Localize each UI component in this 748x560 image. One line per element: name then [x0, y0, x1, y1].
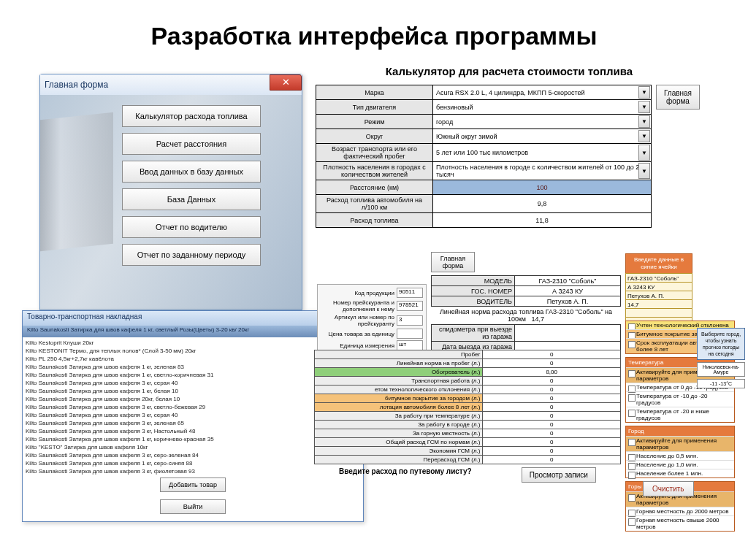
param-group: ГородАктивируйте для применения параметр…	[625, 426, 735, 478]
list-item[interactable]: Kilto Saunakosti Затирка для швов кафеля…	[26, 395, 360, 403]
gsm-label: Транспортная работа (л.)	[315, 377, 483, 386]
distance-calc-button[interactable]: Расчет расстояния	[122, 133, 261, 155]
list-item[interactable]: Kilto Saunakosti Затирка для швов кафеля…	[26, 363, 360, 371]
cargo-field[interactable]: шт	[397, 340, 423, 350]
gsm-table: Пробег0Линейная норма на пробег (л.)0Обо…	[314, 350, 621, 483]
param-option[interactable]: Горная местность свыше 2000 метров	[626, 515, 734, 531]
list-item[interactable]: Kilto Saunakosti Затирка для швов кафеля…	[26, 403, 360, 411]
period-report-button[interactable]: Отчет по заданному периоду	[122, 244, 261, 266]
cargo-field[interactable]: 90511	[397, 288, 423, 298]
param-option[interactable]: Население до 1,0 млн.	[626, 460, 734, 469]
veh-sub-value[interactable]	[514, 325, 620, 342]
fuel-calc-table: МаркаAcura RSX 2.0 L, 4 цилиндра, МКПП 5…	[316, 85, 652, 228]
gsm-label: лотация автомобиля более 8 лет (л.)	[315, 403, 483, 412]
chevron-down-icon[interactable]: ▼	[638, 101, 650, 113]
cargo-label: Номер прейскуранта и дополнения к нему	[321, 299, 397, 312]
gsm-value: 0	[483, 421, 621, 429]
cargo-field[interactable]: 978521	[397, 301, 423, 311]
add-item-button[interactable]: Добавить товар	[160, 477, 226, 492]
fuel-row-value[interactable]: Южный округ зимой▼	[433, 129, 652, 144]
list-item[interactable]: Kilto Saunakosti Затирка для швов кафеля…	[26, 419, 360, 427]
fuel-row-value[interactable]: город▼	[433, 115, 652, 129]
gsm-footer-text: Введите расход по путевому листу?	[339, 467, 472, 483]
gsm-label: За работу в городе (л.)	[315, 421, 483, 429]
list-item[interactable]: Kilto Saunakosti Затирка для швов кафеля…	[26, 467, 360, 475]
gsm-value: 0	[483, 359, 621, 368]
fuel-row-label: Плотность населения в городах с количест…	[316, 162, 433, 180]
list-item[interactable]: Kilto PL 250 4,5кг+2,7кг кавёлота	[26, 355, 360, 363]
exit-button[interactable]: Выйти	[160, 499, 226, 514]
fuel-calc-button[interactable]: Калькулятор расхода топлива	[122, 105, 261, 127]
list-item[interactable]: Kilto Saunakosti Затирка для швов кафеля…	[26, 379, 360, 387]
ttn-list[interactable]: Kilto Kestoprit Клуши 20кгKilto KESTONIT…	[23, 337, 363, 475]
view-record-button[interactable]: Просмотр записи	[522, 467, 596, 483]
list-item[interactable]: Kilto Kestoprit Клуши 20кг	[26, 339, 360, 347]
cargo-field[interactable]: 3	[397, 315, 423, 326]
fuel-row-label: Округ	[316, 129, 433, 144]
ttn-titlebar: Товарно-транспортная накладная	[23, 311, 363, 326]
param-option[interactable]: Население более 1 млн.	[626, 469, 734, 477]
fuel-row-value[interactable]: 5 лет или 100 тыс километров▼	[433, 144, 652, 162]
list-item[interactable]: Kilto Saunakosti Затирка для швов кафеля…	[26, 387, 360, 395]
fuel-row-value[interactable]: бензиновый▼	[433, 100, 652, 115]
fuel-row-value: 9,8	[433, 195, 652, 213]
data-entry-button[interactable]: Ввод данных в базу данных	[122, 161, 261, 183]
param-option[interactable]: Температура от -10 до -20 градусов	[626, 391, 734, 407]
fuel-calc-title: Калькулятор для расчета стоимости топлив…	[316, 65, 703, 77]
gsm-value: 0	[483, 456, 621, 464]
list-item[interactable]: Kilto Saunakosti Затирка для швов кафеля…	[26, 435, 360, 443]
city-select[interactable]: Николаевск-на-Амуре	[697, 362, 745, 377]
fuel-row-value[interactable]: Acura RSX 2.0 L, 4 цилиндра, МКПП 5-скор…	[433, 85, 652, 100]
slide-title: Разработка интерфейса программы	[0, 0, 748, 65]
city-prompt: Выберите город, чтобы узнать прогноз пог…	[697, 328, 745, 360]
weather-city-widget: Выберите город, чтобы узнать прогноз пог…	[697, 328, 745, 388]
vehicle-plate-value: А 3243 КУ	[514, 286, 620, 296]
main-form-buttons: Калькулятор расхода топлива Расчет расст…	[122, 105, 261, 266]
ttn-window: Товарно-транспортная накладная Kilto Sau…	[22, 310, 364, 522]
cargo-label: Артикул или номер по прейскуранту	[321, 314, 397, 327]
main-form-window: Главная форма ✕ Калькулятор расхода топл…	[39, 74, 302, 310]
list-item[interactable]: Kilto Saunakosti Затирка для швов кафеля…	[26, 371, 360, 379]
vehicle-driver-value: Петухов А. П.	[514, 296, 620, 307]
gsm-value: 0	[483, 386, 621, 394]
fuel-row-label: Возраст транспорта или его фактический п…	[316, 144, 433, 162]
vehicle-driver-label: ВОДИТЕЛЬ	[432, 296, 515, 307]
cargo-field[interactable]	[397, 329, 423, 339]
close-icon[interactable]: ✕	[270, 74, 302, 91]
vehicle-model-label: МОДЕЛЬ	[432, 276, 515, 286]
gsm-value: 0	[483, 412, 621, 421]
canvas: Главная форма ✕ Калькулятор расхода топл…	[0, 65, 748, 532]
list-item[interactable]: Kilto Saunakosti Затирка для швов кафеля…	[26, 451, 360, 459]
fuel-calc-main-button[interactable]: Главная форма	[656, 85, 700, 110]
gsm-value: 0	[483, 350, 621, 359]
fuel-row-value[interactable]: Плотность населения в городе с количеств…	[433, 162, 652, 180]
driver-report-button[interactable]: Отчет по водителю	[122, 216, 261, 238]
list-item[interactable]: Kilto Saunakosti Затирка для швов кафеля…	[26, 411, 360, 419]
chevron-down-icon[interactable]: ▼	[638, 163, 650, 179]
chevron-down-icon[interactable]: ▼	[638, 86, 650, 99]
gsm-label: етом технологического отклонения (л.)	[315, 386, 483, 394]
chevron-down-icon[interactable]: ▼	[638, 145, 650, 161]
fuel-calculator: Калькулятор для расчета стоимости топлив…	[316, 65, 703, 228]
param-activate-checkbox[interactable]: Активируйте для применения параметров	[626, 436, 734, 451]
param-group-header: Город	[626, 426, 734, 436]
chevron-down-icon[interactable]: ▼	[638, 115, 650, 128]
database-button[interactable]: База Данных	[122, 188, 261, 210]
chevron-down-icon[interactable]: ▼	[638, 130, 650, 142]
gsm-value: 8,00	[483, 368, 621, 377]
param-option[interactable]: Температура от -20 и ниже градусов	[626, 407, 734, 422]
list-item[interactable]: Kilto "KESTO" Затирка для швов кафеля 10…	[26, 443, 360, 451]
fuel-row-label: Расстояние (км)	[316, 180, 433, 195]
gsm-value: 0	[483, 403, 621, 412]
fuel-row-label: Режим	[316, 115, 433, 129]
list-item[interactable]: Kilto Saunakosti Затирка для швов кафеля…	[26, 459, 360, 467]
truck-image	[40, 112, 113, 253]
list-item[interactable]: Kilto Saunakosti Затирка для швов кафеля…	[26, 427, 360, 435]
vehicle-main-button[interactable]: Главная форма	[431, 252, 475, 272]
clear-button[interactable]: Очистить	[643, 481, 694, 496]
gsm-label: За работу при температуре (л.)	[315, 412, 483, 421]
param-option[interactable]: Горная местность до 2000 метров	[626, 507, 734, 515]
fuel-row-value: 100	[433, 180, 652, 195]
list-item[interactable]: Kilto KESTONIT Термо, для теплых полов* …	[26, 347, 360, 355]
param-option[interactable]: Население до 0,5 млн.	[626, 451, 734, 460]
